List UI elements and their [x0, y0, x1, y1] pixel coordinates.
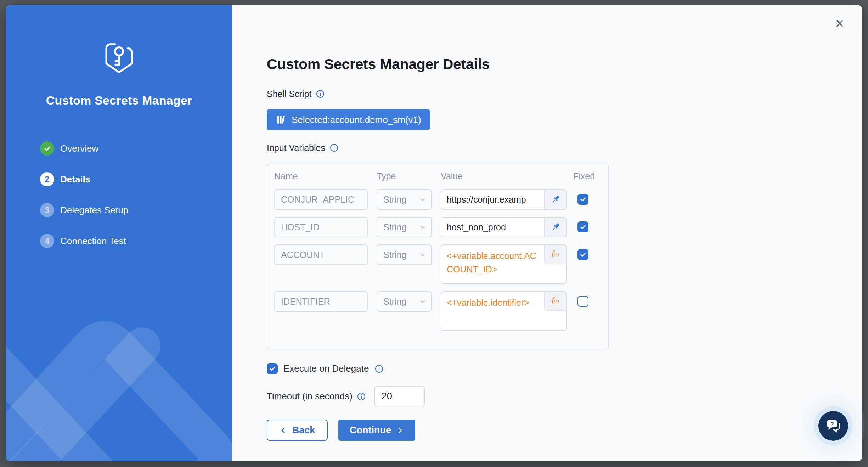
variable-type-select[interactable]: String [377, 291, 432, 312]
column-header-value: Value [441, 171, 567, 181]
check-icon [269, 365, 276, 372]
shield-key-icon [103, 41, 135, 78]
step-number: 3 [40, 203, 54, 217]
continue-button-label: Continue [350, 425, 391, 436]
info-icon [329, 143, 339, 152]
execute-on-delegate-checkbox[interactable] [267, 363, 278, 374]
back-button[interactable]: Back [267, 420, 328, 441]
variable-name-input[interactable] [274, 291, 368, 312]
variable-row: String <+variable.account.ACCOUNT_ID> f(… [274, 244, 608, 284]
step-label: Delegates Setup [60, 205, 128, 216]
execute-on-delegate-info[interactable] [374, 364, 384, 373]
step-number: 2 [40, 172, 54, 186]
timeout-info[interactable] [357, 392, 366, 401]
expression-text: <+variable.account.ACCOUNT_ID> [447, 249, 541, 276]
timeout-input[interactable] [374, 386, 425, 406]
variable-type-select[interactable]: String [377, 189, 432, 210]
variable-name-input[interactable] [274, 189, 368, 210]
variable-type-select[interactable]: String [377, 217, 432, 237]
step-delegates-setup[interactable]: 3 Delegates Setup [40, 203, 232, 217]
help-chat-button[interactable]: ? [818, 411, 848, 441]
table-header: Name Type Value Fixed [274, 171, 608, 181]
wizard-steps: 1 Overview 2 Details 3 [40, 141, 232, 248]
expression-text: <+variable.identifier> [447, 296, 541, 309]
fixed-checkbox[interactable] [577, 249, 588, 260]
variable-name-input[interactable] [274, 244, 368, 265]
step-details[interactable]: 2 Details [40, 172, 232, 186]
wizard-title: Custom Secrets Manager [6, 94, 232, 107]
column-header-type: Type [377, 171, 432, 181]
pin-icon [550, 194, 561, 205]
chevron-right-icon [396, 426, 404, 434]
fixed-checkbox[interactable] [577, 296, 588, 307]
variable-type-value: String [383, 195, 406, 205]
pin-value-type-button[interactable] [544, 218, 566, 237]
check-icon [580, 196, 586, 203]
check-icon [580, 251, 586, 258]
variable-value-expression[interactable]: <+variable.identifier> f(x) [441, 291, 567, 331]
fixed-checkbox[interactable] [577, 221, 588, 232]
details-panel: Custom Secrets Manager Details Shell Scr… [232, 5, 862, 461]
selected-shell-script-label: Selected:account.demo_sm(v1) [292, 114, 421, 125]
expression-fx-icon: f [552, 248, 554, 258]
variable-value-field [441, 217, 567, 237]
variable-value-input[interactable] [441, 218, 544, 237]
variable-value-input[interactable] [441, 190, 544, 209]
info-icon [357, 392, 366, 401]
chevron-down-icon [419, 251, 427, 259]
variable-type-value: String [383, 297, 406, 307]
info-icon [316, 89, 325, 99]
chevron-down-icon [419, 298, 427, 305]
step-overview[interactable]: 1 Overview [40, 141, 232, 156]
execute-on-delegate-label: Execute on Delegate [283, 363, 369, 374]
step-label: Overview [60, 143, 98, 154]
chevron-left-icon [280, 426, 287, 434]
step-label: Details [60, 174, 90, 185]
chevron-down-icon [419, 196, 427, 203]
step-complete-check-icon: 1 [40, 141, 54, 156]
close-button[interactable] [833, 16, 847, 30]
expression-fx-button[interactable]: f(x) [544, 245, 566, 264]
library-icon [276, 114, 286, 125]
step-label: Connection Test [60, 236, 126, 247]
harness-logo-watermark [6, 297, 232, 461]
wizard-sidebar: Custom Secrets Manager 1 Overview 2 Deta… [6, 5, 232, 461]
info-icon [374, 364, 384, 373]
page-title: Custom Secrets Manager Details [267, 56, 862, 73]
variable-type-value: String [383, 222, 406, 232]
chevron-down-icon [419, 223, 427, 231]
svg-text:?: ? [830, 421, 834, 428]
expression-fx-button[interactable]: f(x) [544, 292, 566, 311]
variable-row: String <+variable.identifier> f(x) [274, 291, 608, 331]
variable-value-field [441, 189, 567, 210]
variable-type-value: String [383, 250, 406, 260]
check-icon [580, 224, 586, 230]
step-number: 4 [40, 234, 54, 248]
column-header-fixed: Fixed [573, 171, 608, 181]
variable-row: String [274, 189, 608, 210]
step-connection-test[interactable]: 4 Connection Test [40, 234, 232, 248]
back-button-label: Back [292, 425, 315, 436]
variable-row: String [274, 217, 608, 237]
timeout-label: Timeout (in seconds) [267, 391, 353, 402]
shell-script-info[interactable] [316, 89, 325, 99]
selected-shell-script-chip[interactable]: Selected:account.demo_sm(v1) [267, 109, 430, 130]
input-variables-info[interactable] [329, 143, 339, 152]
pin-icon [550, 222, 561, 232]
close-icon [834, 17, 846, 29]
variable-value-expression[interactable]: <+variable.account.ACCOUNT_ID> f(x) [441, 244, 567, 284]
fixed-checkbox[interactable] [577, 194, 588, 205]
input-variables-label: Input Variables [267, 143, 325, 153]
continue-button[interactable]: Continue [338, 420, 415, 441]
variable-name-input[interactable] [274, 217, 368, 237]
shell-script-label: Shell Script [267, 89, 311, 99]
variable-type-select[interactable]: String [377, 244, 432, 265]
column-header-name: Name [274, 171, 368, 181]
pin-value-type-button[interactable] [544, 190, 566, 209]
help-chat-icon: ? [825, 417, 842, 434]
input-variables-table: Name Type Value Fixed String [267, 164, 609, 349]
expression-fx-icon: f [552, 295, 554, 305]
custom-secrets-manager-dialog: Custom Secrets Manager 1 Overview 2 Deta… [6, 5, 862, 461]
